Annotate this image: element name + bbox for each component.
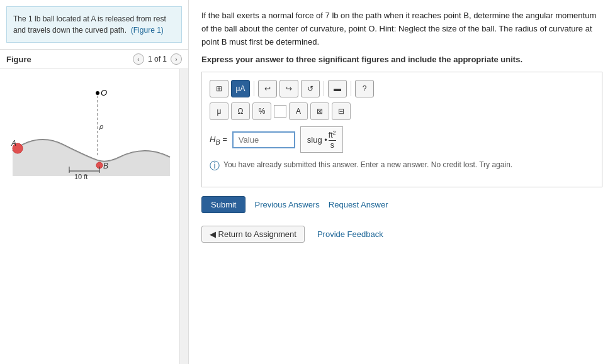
page-indicator: 1 of 1: [148, 55, 167, 63]
figure-area: O ρ A B 10 ft: [0, 69, 188, 364]
svg-point-0: [96, 91, 99, 95]
return-button[interactable]: ◀ Return to Assignment: [201, 226, 305, 243]
question-text: If the ball exerts a normal force of 7 l…: [201, 9, 602, 48]
mu-button[interactable]: μ: [210, 102, 229, 120]
help-button[interactable]: ?: [355, 80, 374, 97]
redo-icon: ↪: [286, 84, 292, 93]
next-figure-button[interactable]: ›: [171, 53, 182, 65]
svg-text:O: O: [101, 88, 107, 97]
mu-a-icon: μA: [236, 84, 245, 93]
image-button[interactable]: ⊟: [332, 102, 351, 120]
A-button[interactable]: A: [289, 102, 308, 120]
extra-button[interactable]: ▬: [328, 80, 347, 97]
toolbar-separator-1: [254, 81, 254, 96]
value-input[interactable]: [232, 131, 295, 148]
figure-canvas: O ρ A B 10 ft: [0, 69, 176, 207]
left-panel: The 1 lb ball located at A is released f…: [0, 0, 189, 364]
undo-button[interactable]: ↩: [258, 80, 277, 97]
figure-diagram: O ρ A B 10 ft: [6, 75, 176, 201]
submit-button[interactable]: Submit: [201, 196, 245, 213]
mu-a-button[interactable]: μA: [231, 80, 250, 97]
small-box-1: [274, 105, 286, 118]
image-icon: ⊟: [338, 107, 344, 116]
refresh-icon: ↺: [307, 84, 313, 93]
unit-fraction: ft2 s: [329, 130, 336, 150]
toolbar-row-2: μ Ω % A ⊠ ⊟: [210, 102, 594, 120]
help-icon: ?: [363, 84, 367, 93]
box-x-button[interactable]: ⊠: [310, 102, 329, 120]
svg-text:A: A: [11, 139, 16, 148]
figure-header: Figure ‹ 1 of 1 ›: [0, 49, 188, 69]
box-x-icon: ⊠: [317, 107, 323, 116]
answer-box: ⊞ μA ↩ ↪ ↺ ▬ ?: [201, 72, 602, 187]
omega-icon: Ω: [238, 107, 244, 116]
request-answer-link[interactable]: Request Answer: [329, 200, 388, 209]
warning-icon: ⓘ: [210, 160, 220, 173]
unit-prefix: slug •: [307, 135, 327, 145]
toolbar-separator-3: [351, 81, 351, 96]
equation-label: HB =: [210, 135, 227, 146]
omega-button[interactable]: Ω: [231, 102, 250, 120]
toolbar-row-1: ⊞ μA ↩ ↪ ↺ ▬ ?: [210, 80, 594, 97]
figure-title: Figure: [6, 55, 31, 64]
percent-button[interactable]: %: [252, 102, 271, 120]
warning-text: You have already submitted this answer. …: [223, 160, 512, 169]
right-panel: If the ball exerts a normal force of 7 l…: [189, 0, 615, 364]
percent-icon: %: [259, 107, 266, 116]
figure-link[interactable]: (Figure 1): [131, 26, 164, 35]
undo-icon: ↩: [264, 84, 271, 93]
extra-icon: ▬: [334, 84, 341, 93]
unit-display: slug • ft2 s: [300, 126, 343, 153]
grid-button[interactable]: ⊞: [210, 80, 229, 97]
previous-answers-link[interactable]: Previous Answers: [254, 200, 319, 209]
toolbar-separator-2: [324, 81, 324, 96]
bottom-row: ◀ Return to Assignment Provide Feedback: [201, 226, 602, 243]
A-icon: A: [296, 107, 301, 116]
input-row: HB = slug • ft2 s: [210, 126, 594, 153]
figure-nav: ‹ 1 of 1 ›: [133, 53, 182, 65]
unit-numerator: ft2: [329, 130, 336, 141]
warning-box: ⓘ You have already submitted this answer…: [210, 160, 594, 173]
mu-icon: μ: [217, 107, 222, 116]
refresh-button[interactable]: ↺: [301, 80, 320, 97]
svg-text:B: B: [103, 162, 108, 170]
unit-denominator: s: [330, 141, 334, 150]
grid-icon: ⊞: [216, 84, 222, 93]
action-row: Submit Previous Answers Request Answer: [201, 196, 602, 213]
figure-scrollbar[interactable]: [179, 69, 188, 364]
svg-text:ρ: ρ: [99, 123, 103, 130]
problem-text-box: The 1 lb ball located at A is released f…: [6, 6, 182, 43]
svg-text:10 ft: 10 ft: [74, 173, 87, 180]
express-text: Express your answer to three significant…: [201, 55, 602, 64]
provide-feedback-link[interactable]: Provide Feedback: [317, 229, 383, 239]
redo-button[interactable]: ↪: [279, 80, 298, 97]
prev-figure-button[interactable]: ‹: [133, 53, 144, 65]
